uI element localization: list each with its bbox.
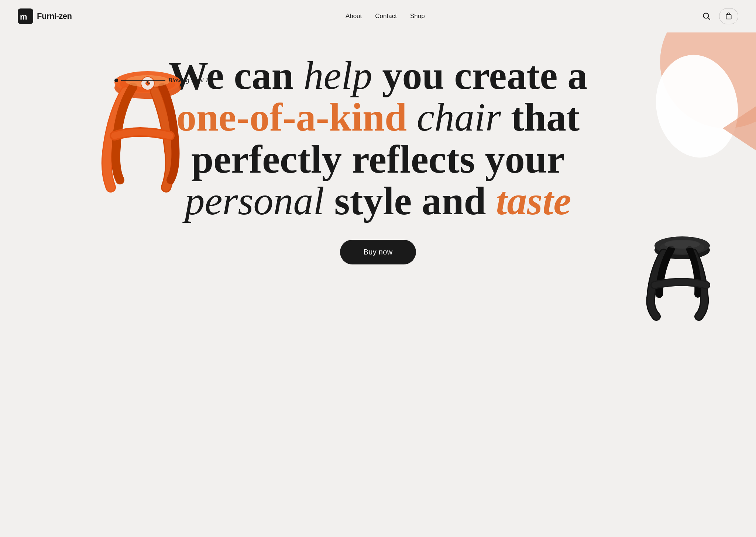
nav-item-contact[interactable]: Contact — [375, 13, 397, 20]
cart-icon — [725, 13, 732, 20]
hero-text-taste: taste — [496, 179, 571, 223]
cart-button[interactable] — [719, 8, 738, 24]
hero-text-one-of-a-kind: one-of-a-kind — [176, 95, 407, 139]
hero-text-that: that — [501, 95, 580, 139]
nav-item-shop[interactable]: Shop — [410, 13, 425, 20]
buy-now-button[interactable]: Buy now — [340, 240, 416, 264]
search-icon — [702, 12, 711, 20]
svg-point-6 — [648, 48, 746, 164]
hero-line-4: personal style and taste — [157, 180, 599, 222]
logo-text: Furni-zen — [37, 11, 72, 21]
hero-section: Blowing Stool 1 — [0, 32, 756, 335]
label-line — [121, 80, 165, 81]
hero-headline: We can help you create a one-of-a-kind c… — [157, 32, 599, 222]
svg-marker-7 — [723, 106, 756, 150]
hero-text-personal: personal — [185, 179, 324, 223]
logo-link[interactable]: m Furni-zen — [18, 8, 72, 24]
hero-line-1: We can help you create a — [157, 55, 599, 96]
product-label: Blowing Stool 1 — [114, 77, 209, 84]
stool-black-illustration — [630, 221, 734, 324]
deco-blobs — [623, 32, 756, 173]
nav-actions — [698, 8, 738, 24]
logo-icon: m — [18, 8, 33, 24]
product-label-text: Blowing Stool 1 — [168, 77, 209, 84]
search-button[interactable] — [698, 8, 715, 24]
hero-text-perfectly: perfectly reflects your — [191, 137, 565, 181]
hero-text-you-create: you create a — [372, 53, 588, 97]
hero-text-space — [407, 95, 417, 139]
svg-text:m: m — [20, 12, 27, 21]
hero-line-2: one-of-a-kind chair that — [157, 96, 599, 138]
svg-point-5 — [660, 32, 756, 128]
hero-text-help: help — [304, 53, 372, 97]
nav-item-about[interactable]: About — [346, 13, 362, 20]
svg-rect-4 — [726, 15, 731, 19]
hero-text-chair: chair — [417, 95, 501, 139]
hero-line-3: perfectly reflects your — [157, 138, 599, 180]
navbar: m Furni-zen About Contact Shop — [0, 0, 756, 32]
svg-line-3 — [708, 18, 710, 20]
hero-text-style-and: style and — [324, 179, 496, 223]
label-dot — [114, 79, 118, 82]
hero-text-we-can: We can — [169, 53, 304, 97]
nav-links: About Contact Shop — [346, 13, 425, 20]
cta-wrapper: Buy now — [18, 240, 738, 264]
